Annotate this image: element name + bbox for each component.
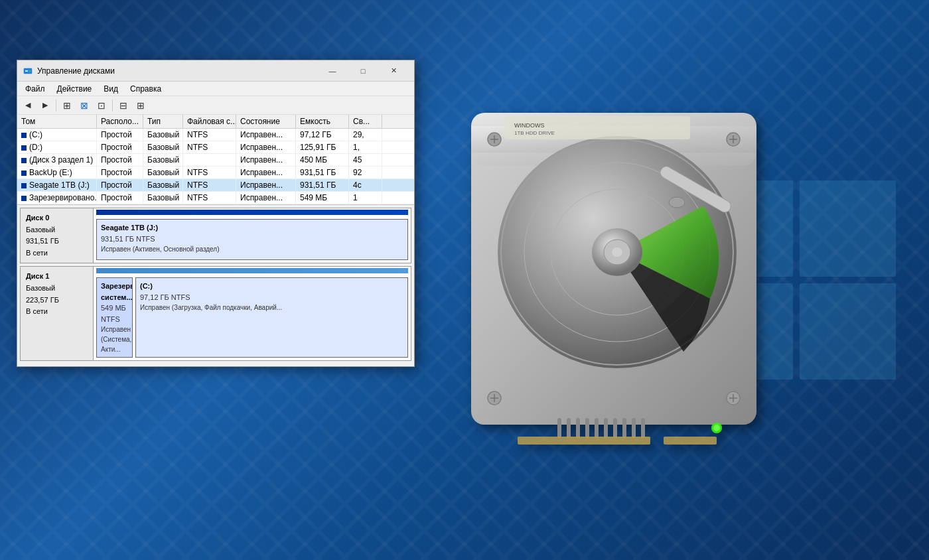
menu-action[interactable]: Действие <box>52 83 98 95</box>
td-free: 4с <box>349 179 382 191</box>
svg-rect-30 <box>613 418 617 438</box>
td-vol: Зарезервировано... <box>17 192 97 204</box>
td-vol: BackUp (E:) <box>17 167 97 178</box>
menu-view[interactable]: Вид <box>98 83 123 95</box>
svg-rect-26 <box>576 418 580 438</box>
td-type: Базовый <box>143 141 183 153</box>
col-layout: Располо... <box>97 115 143 128</box>
td-free: 1, <box>349 141 382 153</box>
win-pane-br <box>800 283 896 380</box>
table-row[interactable]: (C:) Простой Базовый NTFS Исправен... 97… <box>17 129 414 141</box>
toolbar-btn-4[interactable]: ⊟ <box>115 98 131 113</box>
toolbar-btn-3[interactable]: ⊡ <box>94 98 109 113</box>
partition-name: Seagate 1TB (J:) <box>101 222 403 234</box>
td-fs: NTFS <box>183 179 236 191</box>
table-row[interactable]: Seagate 1TB (J:) Простой Базовый NTFS Ис… <box>17 179 414 192</box>
toolbar-separator-1 <box>56 100 56 111</box>
svg-text:WINDOWS: WINDOWS <box>514 122 545 129</box>
partition-status: Исправен (Активен, Основной раздел) <box>101 244 403 254</box>
td-layout: Простой <box>97 154 143 166</box>
svg-rect-28 <box>595 418 599 438</box>
td-free: 45 <box>349 154 382 166</box>
svg-point-43 <box>29 70 31 72</box>
svg-point-35 <box>713 425 720 431</box>
col-status: Состояние <box>236 115 296 128</box>
win-pane-tr <box>800 180 896 277</box>
disk1-partition1[interactable]: Зарезервировано систем... 549 МБ NTFS Ис… <box>96 277 133 358</box>
svg-point-23 <box>669 197 685 208</box>
td-cap: 549 МБ <box>296 192 349 204</box>
maximize-button[interactable]: □ <box>348 60 378 82</box>
col-fs: Файловая с... <box>183 115 236 128</box>
volumes-table: Том Располо... Тип Файловая с... Состоян… <box>17 115 414 205</box>
menu-help[interactable]: Справка <box>125 83 167 95</box>
partition-name: Зарезервировано систем... <box>101 281 128 303</box>
disk0-partitions: Seagate 1TB (J:) 931,51 ГБ NTFS Исправен… <box>94 208 411 263</box>
disk0-name: Диск 0 <box>26 212 88 224</box>
title-bar: Управление дисками — □ ✕ <box>17 60 414 82</box>
table-row[interactable]: BackUp (E:) Простой Базовый NTFS Исправе… <box>17 167 414 179</box>
disk1-partitions: Зарезервировано систем... 549 МБ NTFS Ис… <box>94 267 411 360</box>
svg-rect-33 <box>641 418 645 438</box>
td-layout: Простой <box>97 179 143 191</box>
table-row[interactable]: Зарезервировано... Простой Базовый NTFS … <box>17 192 414 204</box>
disk1-status: В сети <box>26 306 88 318</box>
td-layout: Простой <box>97 192 143 204</box>
col-type: Тип <box>143 115 183 128</box>
col-cap: Емкость <box>296 115 349 128</box>
td-free: 29, <box>349 129 382 141</box>
td-cap: 97,12 ГБ <box>296 129 349 141</box>
menu-bar: Файл Действие Вид Справка <box>17 82 414 96</box>
disk1-name: Диск 1 <box>26 271 88 283</box>
table-row[interactable]: (D:) Простой Базовый NTFS Исправен... 12… <box>17 141 414 154</box>
svg-text:1TB HDD DRIVE: 1TB HDD DRIVE <box>514 130 555 136</box>
window-controls: — □ ✕ <box>317 60 409 82</box>
title-icon <box>23 66 33 76</box>
close-button[interactable]: ✕ <box>378 60 409 82</box>
td-fs: NTFS <box>183 167 236 178</box>
disk1-type: Базовый <box>26 283 88 295</box>
td-status: Исправен... <box>236 167 296 178</box>
table-header: Том Располо... Тип Файловая с... Состоян… <box>17 115 414 129</box>
hdd-illustration: WINDOWS 1TB HDD DRIVE <box>451 66 783 464</box>
td-cap: 450 МБ <box>296 154 349 166</box>
disk1-bar <box>96 268 408 273</box>
td-status: Исправен... <box>236 154 296 166</box>
disk1-size: 223,57 ГБ <box>26 295 88 307</box>
disk1-partition2[interactable]: (C:) 97,12 ГБ NTFS Исправен (Загрузка, Ф… <box>135 277 408 358</box>
td-status: Исправен... <box>236 192 296 204</box>
toolbar-separator-2 <box>112 100 113 111</box>
td-free: 1 <box>349 192 382 204</box>
svg-rect-27 <box>585 418 589 438</box>
td-layout: Простой <box>97 167 143 178</box>
minimize-button[interactable]: — <box>317 60 348 82</box>
disk0-partition-row: Seagate 1TB (J:) 931,51 ГБ NTFS Исправен… <box>94 216 411 263</box>
disk1-label: Диск 1 Базовый 223,57 ГБ В сети <box>21 267 94 360</box>
toolbar-btn-5[interactable]: ⊞ <box>133 98 149 113</box>
td-status: Исправен... <box>236 129 296 141</box>
partition-size: 931,51 ГБ NTFS <box>101 234 403 245</box>
toolbar-btn-2[interactable]: ⊠ <box>76 98 92 113</box>
svg-rect-32 <box>632 418 636 438</box>
table-row[interactable]: (Диск 3 раздел 1) Простой Базовый Исправ… <box>17 154 414 167</box>
col-free: Св... <box>349 115 382 128</box>
disk0-size: 931,51 ГБ <box>26 236 88 247</box>
disk1-partition-row: Зарезервировано систем... 549 МБ NTFS Ис… <box>94 275 411 360</box>
back-button[interactable]: ◀ <box>20 98 36 113</box>
forward-button[interactable]: ▶ <box>37 98 53 113</box>
disk0-partition1[interactable]: Seagate 1TB (J:) 931,51 ГБ NTFS Исправен… <box>96 219 408 260</box>
td-vol: (D:) <box>17 141 97 153</box>
partition-size: 549 МБ NTFS <box>101 303 128 324</box>
disk-management-window: Управление дисками — □ ✕ Файл Действие В… <box>17 60 415 367</box>
toolbar-btn-1[interactable]: ⊞ <box>59 98 75 113</box>
disk0-status: В сети <box>26 247 88 259</box>
disk0-bar <box>96 210 408 215</box>
partition-status: Исправен (Загрузка, Файл подкачки, Авари… <box>140 303 403 313</box>
td-status: Исправен... <box>236 179 296 191</box>
td-type: Базовый <box>143 129 183 141</box>
menu-file[interactable]: Файл <box>20 83 50 95</box>
svg-rect-24 <box>557 418 561 438</box>
td-cap: 125,91 ГБ <box>296 141 349 153</box>
td-fs: NTFS <box>183 129 236 141</box>
disk0-label: Диск 0 Базовый 931,51 ГБ В сети <box>21 208 94 263</box>
